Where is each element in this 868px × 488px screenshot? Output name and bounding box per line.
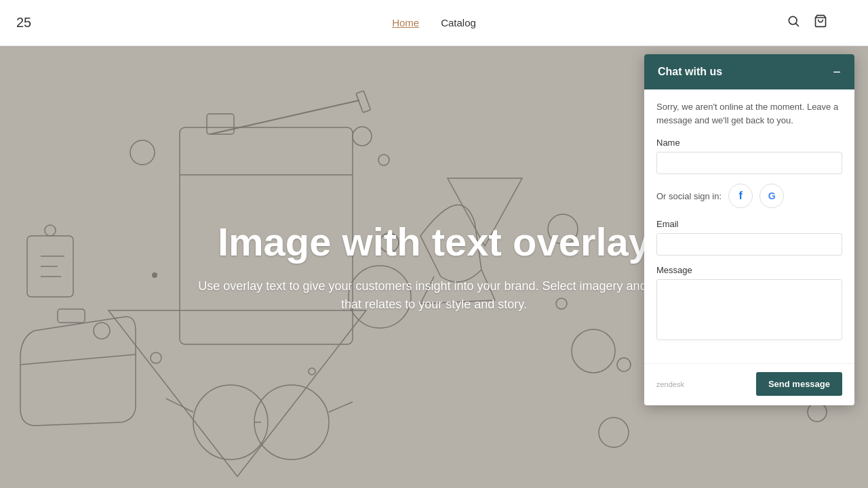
message-label: Message bbox=[656, 265, 842, 275]
name-field-group: Name bbox=[656, 138, 842, 174]
name-input[interactable] bbox=[656, 152, 842, 174]
chat-widget: Chat with us − Sorry, we aren't online a… bbox=[644, 54, 854, 405]
brand-logo: 25 bbox=[16, 15, 31, 30]
chat-footer: zendesk Send message bbox=[644, 363, 854, 405]
message-field-group: Message bbox=[656, 265, 842, 343]
svg-line-28 bbox=[329, 402, 353, 412]
svg-point-5 bbox=[378, 155, 389, 165]
powered-by-label: zendesk bbox=[656, 380, 684, 388]
hero-subtitle: Use overlay text to give your customers … bbox=[197, 277, 671, 314]
svg-point-10 bbox=[572, 329, 615, 373]
svg-point-30 bbox=[309, 368, 315, 375]
svg-rect-39 bbox=[58, 309, 85, 323]
social-sign-in-row: Or social sign in: f G bbox=[656, 184, 842, 208]
hero-text-container: Image with text overlay Use overlay text… bbox=[197, 220, 671, 314]
svg-line-38 bbox=[20, 354, 136, 365]
svg-rect-20 bbox=[207, 114, 234, 134]
svg-line-27 bbox=[166, 399, 193, 412]
svg-point-29 bbox=[152, 272, 157, 278]
email-input[interactable] bbox=[656, 233, 842, 256]
google-icon: G bbox=[768, 190, 776, 201]
email-field-group: Email bbox=[656, 219, 842, 256]
svg-point-4 bbox=[353, 127, 372, 146]
name-label: Name bbox=[656, 138, 842, 148]
svg-rect-23 bbox=[356, 91, 371, 113]
send-message-button[interactable]: Send message bbox=[756, 372, 842, 396]
chat-offline-message: Sorry, we aren't online at the moment. L… bbox=[656, 100, 842, 127]
svg-point-15 bbox=[151, 352, 161, 363]
svg-point-32 bbox=[599, 418, 629, 447]
message-textarea[interactable] bbox=[656, 279, 842, 340]
svg-line-1 bbox=[796, 24, 799, 26]
navbar: 25 Home Catalog bbox=[0, 0, 868, 46]
chat-header: Chat with us − bbox=[644, 54, 854, 89]
facebook-signin-button[interactable]: f bbox=[728, 184, 753, 208]
nav-link-home[interactable]: Home bbox=[392, 17, 419, 28]
google-signin-button[interactable]: G bbox=[760, 184, 784, 208]
nav-icons bbox=[787, 14, 827, 31]
svg-point-3 bbox=[130, 140, 155, 165]
svg-point-31 bbox=[617, 358, 631, 371]
chat-body: Sorry, we aren't online at the moment. L… bbox=[644, 89, 854, 363]
svg-point-34 bbox=[45, 225, 56, 236]
facebook-icon: f bbox=[738, 190, 742, 202]
search-icon[interactable] bbox=[787, 14, 800, 31]
cart-icon[interactable] bbox=[814, 14, 827, 31]
chat-header-title: Chat with us bbox=[658, 66, 722, 78]
chat-minimize-button[interactable]: − bbox=[833, 65, 841, 79]
svg-point-13 bbox=[808, 403, 827, 422]
email-label: Email bbox=[656, 219, 842, 229]
nav-link-catalog[interactable]: Catalog bbox=[441, 17, 476, 28]
svg-marker-17 bbox=[108, 310, 366, 476]
svg-point-0 bbox=[789, 16, 797, 24]
svg-point-25 bbox=[254, 385, 329, 460]
nav-links: Home Catalog bbox=[392, 17, 476, 28]
svg-point-14 bbox=[94, 323, 110, 339]
svg-line-22 bbox=[210, 100, 359, 134]
hero-title: Image with text overlay bbox=[197, 220, 671, 264]
social-sign-in-label: Or social sign in: bbox=[656, 191, 722, 201]
